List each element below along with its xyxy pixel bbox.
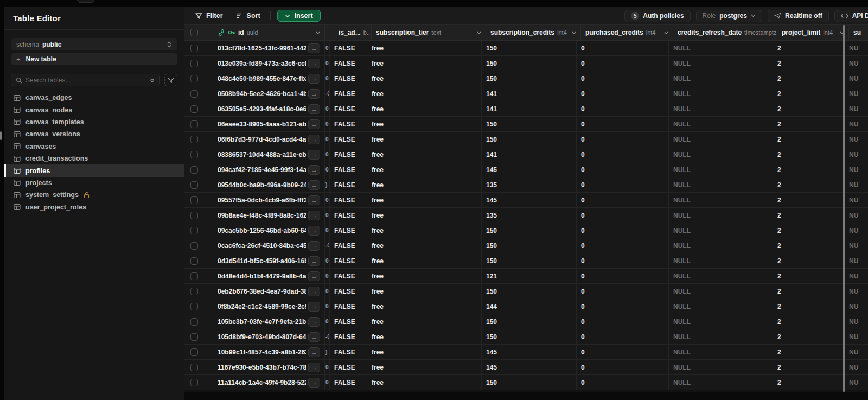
cell-su[interactable]: NU	[845, 193, 868, 207]
cell-project_limit[interactable]: 2	[773, 101, 845, 116]
sidebar-item-system_settings[interactable]: system_settings	[4, 189, 184, 201]
id-cell[interactable]: 105d8bf9-e703-49bd-807d-645e...→	[213, 329, 325, 344]
expand-row-button[interactable]: →	[308, 287, 320, 296]
cell-is_admin[interactable]: FALSE	[330, 299, 367, 314]
cell-credits_refresh_date[interactable]: NULL	[669, 345, 773, 359]
cell-subscription_credits[interactable]: 150	[482, 223, 577, 238]
cell-subscription_tier[interactable]: free	[367, 238, 482, 253]
column-header-subscription_credits[interactable]: subscription_creditsint4	[486, 25, 581, 40]
cell-credits_refresh_date[interactable]: NULL	[669, 177, 773, 192]
expand-row-button[interactable]: →	[308, 271, 320, 281]
cell-is_admin[interactable]: FALSE	[330, 41, 367, 55]
cell-credits_refresh_date[interactable]: NULL	[669, 329, 773, 344]
cell-subscription_credits[interactable]: 145	[482, 345, 577, 359]
cell-su[interactable]: NU	[845, 208, 868, 223]
expand-row-button[interactable]: →	[308, 180, 320, 190]
cell-subscription_tier[interactable]: free	[367, 223, 482, 238]
id-cell[interactable]: 0eb2b676-38ed-4ea7-9dad-38e6...→	[213, 284, 325, 299]
cell-credits_refresh_date[interactable]: NULL	[669, 86, 773, 101]
cell-is_admin[interactable]: FALSE	[330, 238, 367, 253]
cell-purchased_credits[interactable]: 0	[577, 162, 669, 177]
expand-row-button[interactable]: →	[308, 302, 320, 312]
cell-su[interactable]: NU	[845, 223, 868, 238]
cell-subscription_credits[interactable]: 150	[482, 117, 577, 131]
cell-subscription_tier[interactable]: free	[367, 314, 482, 329]
cell-subscription_tier[interactable]: free	[367, 284, 482, 299]
column-header-su[interactable]: su	[849, 25, 868, 40]
row-checkbox[interactable]	[190, 181, 198, 189]
cell-subscription_credits[interactable]: 150	[482, 329, 577, 344]
sidebar-item-projects[interactable]: projects	[4, 177, 184, 189]
cell-credits_refresh_date[interactable]: NULL	[669, 208, 773, 223]
cell-subscription_credits[interactable]: 150	[482, 132, 577, 147]
cell-subscription_tier[interactable]: free	[367, 177, 482, 192]
cell-subscription_tier[interactable]: free	[367, 208, 482, 223]
api-docs-button[interactable]: API Do	[834, 10, 868, 22]
cell-is_admin[interactable]: FALSE	[330, 101, 367, 116]
cell-subscription_credits[interactable]: 141	[482, 147, 577, 162]
cell-subscription_tier[interactable]: free	[367, 132, 482, 147]
row-checkbox[interactable]	[190, 318, 198, 326]
column-header-subscription_tier[interactable]: subscription_tiertext	[372, 25, 486, 40]
id-cell[interactable]: 0d3d541d-bf5c-459f-a406-16b93...→	[213, 253, 325, 268]
cell-project_limit[interactable]: 2	[773, 284, 845, 299]
cell-project_limit[interactable]: 2	[773, 314, 845, 329]
cell-subscription_credits[interactable]: 150	[482, 238, 577, 253]
cell-purchased_credits[interactable]: 0	[577, 223, 669, 238]
cell-is_admin[interactable]: FALSE	[330, 117, 367, 131]
id-cell[interactable]: 09cac5bb-1256-46bd-ab60-64ed...→	[213, 223, 325, 238]
cell-su[interactable]: NU	[845, 269, 868, 283]
cell-purchased_credits[interactable]: 0	[577, 147, 669, 162]
insert-button[interactable]: Insert	[277, 10, 321, 22]
row-checkbox[interactable]	[190, 212, 198, 219]
expand-row-button[interactable]: →	[308, 363, 320, 372]
cell-is_admin[interactable]: FALSE	[330, 314, 367, 329]
cell-is_admin[interactable]: FALSE	[330, 284, 367, 299]
cell-project_limit[interactable]: 2	[773, 56, 845, 71]
cell-su[interactable]: NU	[845, 375, 868, 390]
cell-is_admin[interactable]: FALSE	[330, 360, 367, 374]
cell-purchased_credits[interactable]: 0	[577, 269, 669, 283]
row-checkbox[interactable]	[190, 136, 198, 143]
expand-row-button[interactable]: →	[308, 43, 320, 53]
cell-project_limit[interactable]: 2	[773, 147, 845, 162]
row-checkbox[interactable]	[190, 105, 198, 113]
column-header-is_admin[interactable]: is_ad...b...	[334, 25, 372, 40]
cell-is_admin[interactable]: FALSE	[330, 329, 367, 344]
row-checkbox[interactable]	[190, 151, 198, 158]
cell-credits_refresh_date[interactable]: NULL	[669, 299, 773, 314]
id-cell[interactable]: 06f6b7d3-977d-4cd0-acd4-4a78...→	[213, 132, 325, 147]
chevrons-down-icon[interactable]	[149, 77, 155, 84]
cell-subscription_credits[interactable]: 150	[482, 284, 577, 299]
column-header-id[interactable]: iduuid	[213, 25, 325, 40]
sort-button[interactable]: Sort	[233, 9, 264, 22]
row-checkbox[interactable]	[190, 166, 198, 174]
cell-credits_refresh_date[interactable]: NULL	[669, 162, 773, 177]
id-cell[interactable]: 10b99c1f-4857-4c39-a8b1-263b8...→	[213, 345, 325, 359]
cell-project_limit[interactable]: 2	[773, 132, 845, 147]
cell-su[interactable]: NU	[845, 284, 868, 299]
cell-credits_refresh_date[interactable]: NULL	[669, 71, 773, 86]
cell-purchased_credits[interactable]: 0	[577, 253, 669, 268]
expand-row-button[interactable]: →	[308, 89, 320, 99]
expand-row-button[interactable]: →	[308, 211, 320, 220]
row-checkbox[interactable]	[190, 303, 198, 310]
cell-credits_refresh_date[interactable]: NULL	[669, 269, 773, 283]
cell-is_admin[interactable]: FALSE	[330, 375, 367, 390]
cell-su[interactable]: NU	[845, 329, 868, 344]
cell-project_limit[interactable]: 2	[773, 71, 845, 86]
cell-is_admin[interactable]: FALSE	[330, 345, 367, 359]
row-checkbox[interactable]	[190, 379, 198, 386]
cell-is_admin[interactable]: FALSE	[330, 71, 367, 86]
expand-row-button[interactable]: →	[308, 104, 320, 114]
cell-subscription_tier[interactable]: free	[367, 147, 482, 162]
cell-project_limit[interactable]: 2	[773, 41, 845, 55]
cell-credits_refresh_date[interactable]: NULL	[669, 375, 773, 390]
cell-su[interactable]: NU	[845, 86, 868, 101]
cell-credits_refresh_date[interactable]: NULL	[669, 117, 773, 131]
cell-su[interactable]: NU	[845, 360, 868, 374]
cell-su[interactable]: NU	[845, 132, 868, 147]
cell-credits_refresh_date[interactable]: NULL	[669, 41, 773, 55]
cell-purchased_credits[interactable]: 0	[577, 238, 669, 253]
cell-subscription_tier[interactable]: free	[367, 71, 482, 86]
